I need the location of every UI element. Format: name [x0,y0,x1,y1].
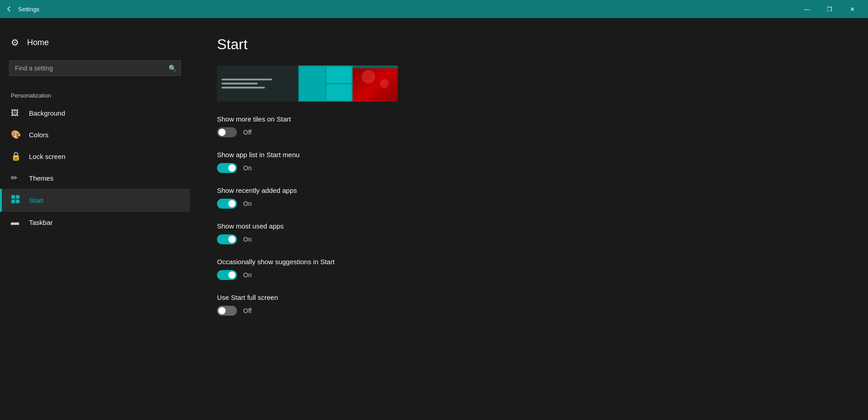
personalization-label: Personalization [0,85,190,103]
sidebar-item-colors[interactable]: 🎨 Colors [0,124,190,145]
preview-line-2 [222,83,258,84]
setting-show-app-list: Show app list in Start menu On [217,151,841,173]
restore-button[interactable]: ❐ [819,2,840,16]
toggle-state-show-more-tiles: Off [243,129,251,136]
toggle-state-show-suggestions: On [243,271,252,279]
toggle-show-suggestions[interactable] [217,270,237,280]
colors-icon: 🎨 [11,130,21,140]
app-container: ⚙ Home 🔍 Personalization 🖼 Background 🎨 … [0,18,868,420]
preview-tiles-panel [298,65,353,102]
svg-rect-2 [11,200,15,203]
taskbar-icon: ▬ [11,218,21,227]
window-title: Settings [18,6,39,13]
toggle-state-show-most-used: On [243,236,252,243]
svg-rect-1 [16,195,19,199]
preview-left-panel [217,65,298,102]
preview-tile-2 [326,67,352,83]
sidebar-item-start[interactable]: Start [0,189,190,212]
toggle-row-show-most-used: On [217,234,841,244]
search-input[interactable] [9,61,181,76]
settings-list: Show more tiles on Start Off Show app li… [217,115,841,316]
setting-show-most-used: Show most used apps On [217,222,841,244]
sidebar-item-taskbar[interactable]: ▬ Taskbar [0,212,190,233]
preview-line-3 [222,87,265,89]
toggle-row-show-suggestions: On [217,270,841,280]
toggle-use-full-screen[interactable] [217,306,237,316]
close-button[interactable]: ✕ [842,2,863,16]
minimize-button[interactable]: — [797,2,817,16]
preview-right-panel [353,65,398,102]
setting-show-recently-added-label: Show recently added apps [217,187,841,194]
bokeh-1 [362,70,375,84]
toggle-row-use-full-screen: Off [217,306,841,316]
setting-use-full-screen-label: Use Start full screen [217,294,841,301]
sidebar-item-themes[interactable]: ✏ Themes [0,167,190,189]
svg-rect-0 [11,195,15,199]
toggle-knob-show-most-used [228,236,236,243]
content-area: Start Show more [190,18,868,420]
toggle-show-app-list[interactable] [217,163,237,173]
toggle-knob-use-full-screen [218,307,226,314]
sidebar-home[interactable]: ⚙ Home [0,32,190,53]
start-preview [217,65,398,102]
setting-use-full-screen: Use Start full screen Off [217,294,841,316]
start-icon [11,195,21,206]
toggle-row-show-recently-added: On [217,199,841,209]
preview-line-1 [222,79,272,80]
background-icon: 🖼 [11,108,21,118]
toggle-knob-show-suggestions [228,271,236,279]
bokeh-2 [380,79,389,88]
setting-show-suggestions-label: Occasionally show suggestions in Start [217,258,841,266]
setting-show-more-tiles-label: Show more tiles on Start [217,115,841,123]
toggle-state-use-full-screen: Off [243,307,251,314]
sidebar-item-start-label: Start [29,196,43,204]
sidebar-item-lockscreen-label: Lock screen [29,153,66,160]
setting-show-suggestions: Occasionally show suggestions in Start O… [217,258,841,280]
sidebar-item-colors-label: Colors [29,131,48,139]
toggle-show-recently-added[interactable] [217,199,237,209]
toggle-show-more-tiles[interactable] [217,127,237,137]
toggle-state-show-recently-added: On [243,200,252,207]
setting-show-most-used-label: Show most used apps [217,222,841,230]
sidebar-item-background-label: Background [29,109,65,117]
home-label: Home [27,38,49,47]
setting-show-more-tiles: Show more tiles on Start Off [217,115,841,137]
toggle-state-show-app-list: On [243,164,252,172]
home-icon: ⚙ [11,37,19,48]
toggle-knob-show-app-list [228,164,236,172]
title-bar-left: Settings [5,5,39,13]
toggle-row-show-more-tiles: Off [217,127,841,137]
search-icon: 🔍 [169,65,176,72]
toggle-row-show-app-list: On [217,163,841,173]
sidebar: ⚙ Home 🔍 Personalization 🖼 Background 🎨 … [0,18,190,420]
preview-tile-1 [300,67,325,100]
lockscreen-icon: 🔒 [11,151,21,161]
page-title: Start [217,36,841,53]
themes-icon: ✏ [11,173,21,183]
sidebar-item-taskbar-label: Taskbar [29,219,53,226]
sidebar-item-themes-label: Themes [29,174,53,182]
sidebar-item-background[interactable]: 🖼 Background [0,103,190,124]
search-box: 🔍 [9,61,181,76]
preview-tile-3 [326,84,352,101]
toggle-knob-show-more-tiles [218,129,226,136]
setting-show-app-list-label: Show app list in Start menu [217,151,841,159]
toggle-knob-show-recently-added [228,200,236,207]
toggle-show-most-used[interactable] [217,234,237,244]
sidebar-item-lockscreen[interactable]: 🔒 Lock screen [0,145,190,167]
window-controls: — ❐ ✕ [797,2,863,16]
svg-rect-3 [16,200,19,203]
back-button[interactable] [5,5,13,13]
setting-show-recently-added: Show recently added apps On [217,187,841,209]
title-bar: Settings — ❐ ✕ [0,0,868,18]
